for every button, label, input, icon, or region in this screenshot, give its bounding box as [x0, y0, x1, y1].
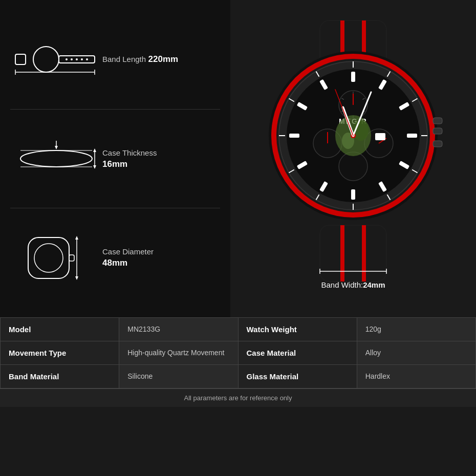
specs-table: Model MN2133G Watch Weight 120g Movement…	[0, 317, 476, 407]
watch-container: MEGIR 1	[241, 10, 466, 307]
movement-type-value: High-quality Quartz Movement	[119, 341, 238, 365]
svg-point-60	[339, 152, 367, 181]
model-value: MN2133G	[119, 318, 238, 341]
svg-rect-45	[351, 72, 355, 82]
svg-rect-0	[15, 54, 26, 64]
model-label: Model	[1, 318, 119, 341]
svg-rect-82	[433, 141, 442, 147]
svg-point-4	[71, 58, 73, 60]
case-material-label: Case Material	[239, 341, 357, 365]
svg-rect-54	[289, 134, 299, 138]
svg-point-3	[66, 58, 68, 60]
watch-weight-label: Watch Weight	[239, 318, 357, 341]
glass-material-value: Hardlex	[357, 365, 476, 388]
case-thickness-row: Case Thickness 16mm	[10, 110, 220, 209]
watch-weight-value: 120g	[357, 318, 476, 341]
svg-point-11	[20, 150, 92, 167]
specs-diagram-panel: Band Length 220mm	[0, 0, 230, 317]
table-footer: All parameters are for reference only	[0, 388, 476, 407]
band-length-row: Band Length 220mm	[10, 10, 220, 110]
case-diameter-diagram	[10, 232, 102, 284]
svg-point-7	[86, 58, 88, 60]
band-material-label: Band Material	[1, 365, 119, 388]
table-grid: Model MN2133G Watch Weight 120g Movement…	[0, 318, 476, 388]
svg-rect-83	[320, 225, 386, 282]
svg-rect-85	[362, 225, 366, 282]
svg-point-1	[33, 47, 59, 72]
svg-point-6	[81, 58, 83, 60]
svg-marker-23	[75, 236, 78, 240]
svg-rect-51	[351, 189, 355, 200]
svg-marker-18	[55, 146, 58, 149]
svg-rect-81	[433, 128, 442, 134]
svg-marker-15	[93, 148, 96, 152]
band-length-text: Band Length 220mm	[102, 53, 220, 66]
svg-rect-80	[433, 118, 442, 124]
case-diameter-text: Case Diameter 48mm	[102, 246, 220, 269]
case-material-value: Alloy	[357, 341, 476, 365]
watch-image-panel: MEGIR 1	[230, 0, 476, 317]
case-diameter-row: Case Diameter 48mm	[10, 208, 220, 307]
svg-point-20	[34, 244, 63, 272]
svg-text:12: 12	[378, 135, 383, 140]
band-length-diagram	[10, 39, 102, 80]
svg-rect-48	[407, 134, 417, 138]
svg-rect-21	[69, 255, 74, 261]
movement-type-label: Movement Type	[1, 341, 119, 365]
svg-point-5	[76, 58, 78, 60]
glass-material-label: Glass Material	[239, 365, 357, 388]
band-width-label: Band Width:24mm	[321, 280, 385, 289]
case-thickness-diagram	[10, 138, 102, 179]
svg-rect-84	[340, 225, 344, 282]
case-thickness-text: Case Thickness 16mm	[102, 147, 220, 170]
svg-marker-16	[93, 165, 96, 169]
band-material-value: Silicone	[119, 365, 238, 388]
svg-marker-24	[75, 276, 78, 280]
